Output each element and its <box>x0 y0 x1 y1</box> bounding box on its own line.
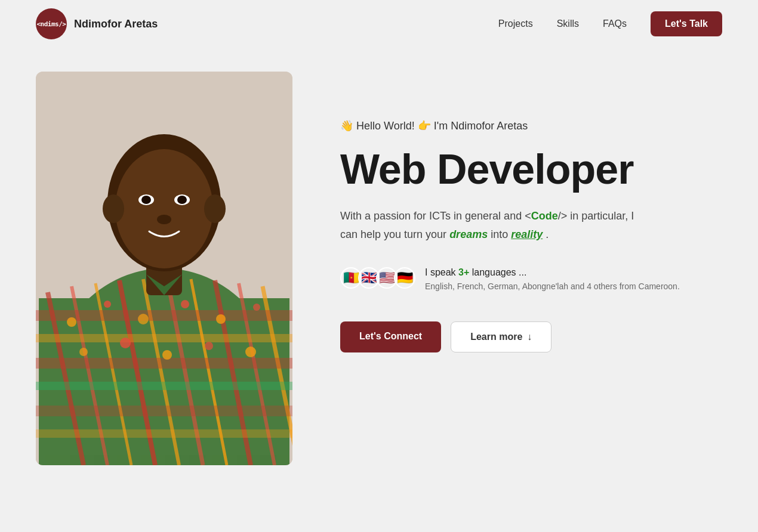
svg-point-32 <box>138 314 149 324</box>
language-text: I speak 3+ languages ... English, French… <box>425 267 680 293</box>
svg-point-37 <box>120 338 131 348</box>
flag-germany: 🇩🇪 <box>394 267 415 289</box>
svg-point-23 <box>204 194 226 223</box>
svg-point-31 <box>104 301 111 308</box>
svg-point-21 <box>115 149 213 268</box>
photo-background <box>36 72 292 465</box>
learn-more-label: Learn more <box>470 332 522 342</box>
navbar: <ndims/> Ndimofor Aretas Projects Skills… <box>0 0 758 48</box>
lets-connect-button[interactable]: Let's Connect <box>340 321 441 352</box>
arrow-down-icon: ↓ <box>527 332 532 342</box>
lets-talk-button[interactable]: Let's Talk <box>651 11 722 36</box>
hero-content: 👋 Hello World! 👉 I'm Ndimofor Aretas Web… <box>340 72 722 352</box>
cta-buttons: Let's Connect Learn more ↓ <box>340 321 722 352</box>
language-subtitle: English, French, German, Abongne'lah and… <box>425 280 680 293</box>
svg-point-40 <box>245 347 256 357</box>
svg-rect-15 <box>36 358 292 369</box>
learn-more-button[interactable]: Learn more ↓ <box>451 321 551 352</box>
logo-text: <ndims/> <box>37 20 66 28</box>
hero-description: With a passion for ICTs in general and <… <box>340 207 651 243</box>
hero-photo <box>36 72 292 465</box>
logo-icon: <ndims/> <box>36 8 67 39</box>
svg-point-30 <box>67 317 76 327</box>
svg-rect-18 <box>36 429 292 438</box>
svg-point-27 <box>177 196 187 204</box>
svg-point-38 <box>162 350 172 360</box>
svg-point-35 <box>253 304 260 311</box>
svg-rect-14 <box>36 334 292 342</box>
nav-link-faqs[interactable]: FAQs <box>603 18 627 29</box>
hero-title: Web Developer <box>340 147 722 193</box>
svg-rect-16 <box>36 382 292 390</box>
language-count: 3+ <box>458 267 469 277</box>
reality-highlight: reality <box>511 228 543 240</box>
logo-link[interactable]: <ndims/> Ndimofor Aretas <box>36 8 158 39</box>
svg-rect-17 <box>36 406 292 416</box>
nav-link-projects[interactable]: Projects <box>498 18 533 29</box>
hero-section: 👋 Hello World! 👉 I'm Ndimofor Aretas Web… <box>0 48 758 532</box>
logo-name: Ndimofor Aretas <box>74 18 158 30</box>
svg-point-36 <box>79 348 88 356</box>
nav-link-skills[interactable]: Skills <box>557 18 579 29</box>
svg-point-34 <box>216 314 226 324</box>
language-title: I speak 3+ languages ... <box>425 267 680 278</box>
languages-section: 🇨🇲 🇬🇧 🇺🇸 🇩🇪 I speak 3+ languages ... Eng… <box>340 267 722 293</box>
code-highlight: Code <box>531 210 558 222</box>
flags-row: 🇨🇲 🇬🇧 🇺🇸 🇩🇪 <box>340 267 415 289</box>
svg-point-39 <box>205 342 213 350</box>
svg-point-25 <box>141 196 151 204</box>
hero-greeting: 👋 Hello World! 👉 I'm Ndimofor Aretas <box>340 119 722 132</box>
svg-point-22 <box>103 194 124 223</box>
nav-links: Projects Skills FAQs Let's Talk <box>498 11 722 36</box>
svg-point-33 <box>181 300 189 308</box>
portrait-svg <box>36 72 292 465</box>
dreams-highlight: dreams <box>449 228 488 240</box>
svg-point-28 <box>157 215 171 224</box>
